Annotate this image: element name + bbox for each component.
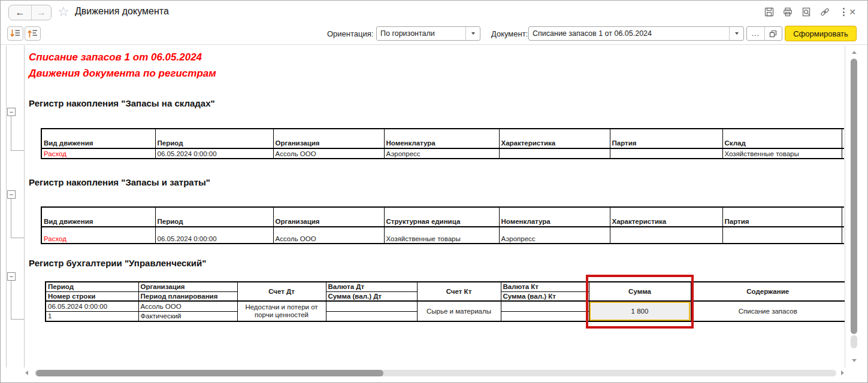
- cell-nomenclature[interactable]: Аэропресс: [499, 227, 610, 244]
- document-choose-button[interactable]: ...: [747, 27, 765, 40]
- vertical-scroll-track[interactable]: [851, 335, 857, 348]
- toolbar-divider: [1, 44, 867, 45]
- vertical-scrollbar[interactable]: [845, 45, 863, 367]
- column-header-organization[interactable]: Организация: [138, 282, 237, 291]
- column-header[interactable]: Вид движения: [41, 129, 155, 148]
- report-doc-title: Списание запасов 1 от 06.05.2024: [29, 51, 202, 63]
- accounting-register-table: Период Организация Счет Дт Валюта Дт Сче…: [45, 281, 845, 322]
- column-header[interactable]: Вид движения: [41, 207, 155, 227]
- cell-structural-unit[interactable]: Хозяйственные товары: [384, 227, 499, 244]
- back-button[interactable]: ←: [9, 5, 32, 20]
- orientation-select[interactable]: По горизонтали: [376, 26, 480, 41]
- group-bracket: [11, 319, 24, 320]
- column-header[interactable]: Характеристика: [499, 129, 610, 148]
- column-header[interactable]: Номенклатура: [499, 207, 610, 227]
- cell-planning-period[interactable]: Фактический: [138, 311, 237, 321]
- open-document-icon: [769, 30, 777, 38]
- column-header-amount[interactable]: Сумма: [589, 282, 691, 301]
- cell-organization[interactable]: Ассоль ООО: [273, 227, 384, 244]
- group-collapse-marker-2[interactable]: −: [7, 190, 16, 199]
- column-header-currency-dt[interactable]: Валюта Дт: [326, 282, 417, 291]
- expand-groups-button[interactable]: [7, 26, 23, 41]
- close-icon[interactable]: ✕: [847, 6, 858, 18]
- cell-batch[interactable]: [722, 227, 842, 244]
- cell-nomenclature[interactable]: Аэропресс: [384, 148, 499, 159]
- column-header[interactable]: Организация: [273, 129, 384, 148]
- cell-amount-cur-dt[interactable]: [326, 311, 417, 321]
- horizontal-scrollbar[interactable]: [23, 369, 846, 378]
- cell-period[interactable]: 06.05.2024 0:00:00: [155, 148, 273, 159]
- group-bracket: [11, 199, 11, 238]
- column-header[interactable]: Период: [155, 129, 273, 148]
- column-header[interactable]: Номенклатура: [384, 129, 499, 148]
- generate-button[interactable]: Сформировать: [785, 26, 857, 41]
- column-header-content[interactable]: Содержание: [691, 282, 845, 301]
- cell-currency-dt[interactable]: [326, 301, 417, 311]
- report-subtitle: Движения документа по регистрам: [29, 68, 216, 80]
- save-icon[interactable]: [763, 6, 775, 18]
- column-header[interactable]: За: [842, 207, 844, 227]
- expand-groups-icon: [10, 29, 21, 38]
- cell-content[interactable]: Списание запасов: [691, 301, 845, 321]
- cell-account-kt[interactable]: Сырье и материалы: [417, 301, 501, 321]
- collapse-groups-button[interactable]: [25, 26, 41, 41]
- cell-organization[interactable]: Ассоль ООО: [273, 148, 384, 159]
- cell-period[interactable]: 06.05.2024 0:00:00: [155, 227, 273, 244]
- cell-account-dt[interactable]: Недостачи и потери от порчи ценностей: [237, 301, 326, 321]
- cell-characteristic[interactable]: [610, 227, 722, 244]
- column-header[interactable]: Характеристика: [610, 207, 722, 227]
- column-header-line-no[interactable]: Номер строки: [46, 291, 138, 301]
- column-header-amount-cur-dt[interactable]: Сумма (вал.) Дт: [326, 291, 417, 301]
- cell-extra[interactable]: [842, 227, 844, 244]
- column-header[interactable]: Яч: [842, 129, 844, 148]
- print-icon[interactable]: [782, 6, 794, 18]
- document-field[interactable]: Списание запасов 1 от 06.05.2024: [528, 26, 744, 41]
- group-bracket: [11, 238, 24, 238]
- cell-currency-kt[interactable]: [501, 301, 589, 311]
- column-header[interactable]: Организация: [273, 207, 384, 227]
- cell-warehouse[interactable]: Хозяйственные товары: [722, 148, 842, 159]
- cell-characteristic[interactable]: [499, 148, 610, 159]
- column-header-amount-cur-kt[interactable]: Сумма (вал.) Кт: [501, 291, 589, 301]
- column-header-account-kt[interactable]: Счет Кт: [417, 282, 501, 301]
- table-row: 06.05.2024 0:00:00 Ассоль ООО Недостачи …: [46, 301, 845, 311]
- link-icon[interactable]: [819, 6, 831, 18]
- cell-organization[interactable]: Ассоль ООО: [138, 301, 237, 311]
- table-header-row: Вид движения Период Организация Структур…: [41, 207, 844, 227]
- gutter-line: [6, 45, 7, 367]
- section2-heading: Регистр накопления "Запасы и затраты": [29, 177, 210, 187]
- document-open-button[interactable]: [765, 27, 782, 40]
- cell-amount-selected[interactable]: 1 800: [589, 301, 691, 321]
- vertical-scroll-thumb[interactable]: [851, 59, 857, 334]
- cell-period[interactable]: 06.05.2024 0:00:00: [46, 301, 138, 311]
- cell-batch[interactable]: [610, 148, 722, 159]
- scroll-up-arrow-icon[interactable]: [852, 51, 857, 54]
- column-header[interactable]: Период: [155, 207, 273, 227]
- cell-movement-type[interactable]: Расход: [41, 227, 155, 244]
- column-header[interactable]: Склад: [722, 129, 842, 148]
- horizontal-scroll-thumb[interactable]: [36, 370, 383, 376]
- column-header[interactable]: Партия: [722, 207, 842, 227]
- forward-button[interactable]: →: [32, 5, 51, 20]
- document-dropdown-button[interactable]: [729, 27, 743, 40]
- cell-amount-cur-kt[interactable]: [501, 311, 589, 321]
- column-header-period[interactable]: Период: [46, 282, 138, 291]
- cell-movement-type[interactable]: Расход: [41, 148, 155, 159]
- column-header[interactable]: Структурная единица: [384, 207, 499, 227]
- column-header[interactable]: Партия: [610, 129, 722, 148]
- column-header-planning-period[interactable]: Период планирования: [138, 291, 237, 301]
- print-preview-icon[interactable]: [800, 6, 812, 18]
- scroll-right-arrow-icon[interactable]: [841, 370, 844, 375]
- group-collapse-marker-3[interactable]: −: [7, 272, 16, 281]
- scroll-down-arrow-icon[interactable]: [852, 359, 857, 362]
- document-value: Списание запасов 1 от 06.05.2024: [529, 29, 729, 38]
- orientation-label: Ориентация:: [327, 29, 373, 38]
- orientation-dropdown-button[interactable]: [465, 27, 480, 40]
- scroll-left-arrow-icon[interactable]: [25, 370, 28, 375]
- column-header-account-dt[interactable]: Счет Дт: [237, 282, 326, 301]
- cell-line-no[interactable]: 1: [46, 311, 138, 321]
- favorite-star-icon[interactable]: ☆: [58, 4, 69, 20]
- column-header-currency-kt[interactable]: Валюта Кт: [501, 282, 589, 291]
- cell-extra[interactable]: [842, 148, 844, 159]
- group-collapse-marker-1[interactable]: −: [7, 108, 16, 116]
